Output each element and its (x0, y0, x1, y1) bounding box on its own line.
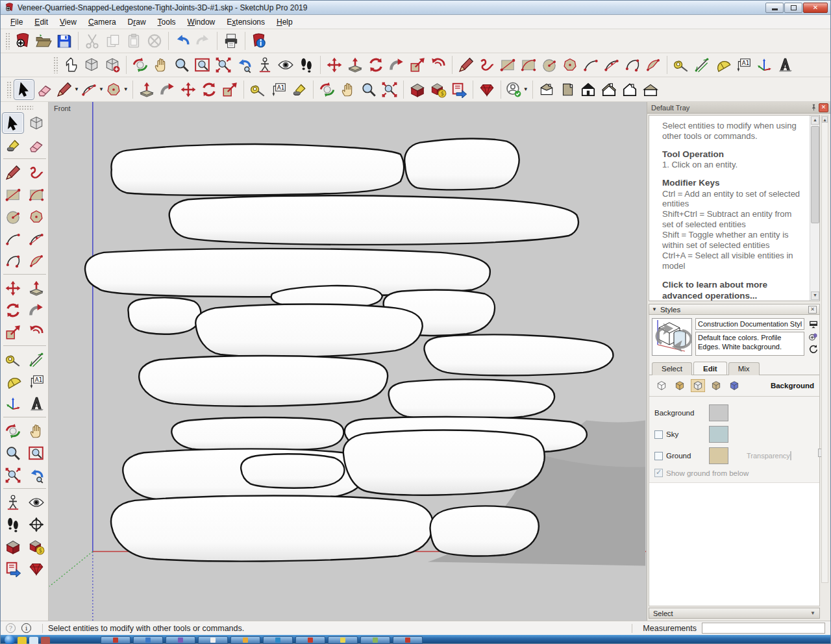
offset-button[interactable] (428, 55, 449, 75)
pan-button[interactable] (151, 55, 171, 75)
ground-color-swatch[interactable] (709, 447, 728, 464)
info-icon[interactable]: i (21, 623, 31, 633)
background-color-swatch[interactable] (709, 404, 728, 421)
style-thumbnail[interactable] (652, 318, 692, 356)
windows-taskbar[interactable] (1, 635, 830, 643)
taskbar-app-button[interactable] (263, 636, 293, 644)
show-ground-checkbox[interactable] (654, 469, 663, 477)
sky-checkbox[interactable] (654, 430, 663, 439)
pin-icon[interactable] (809, 103, 819, 112)
back-view-button[interactable] (619, 79, 640, 100)
dropdown-arrow-icon[interactable]: ▼ (74, 86, 79, 92)
orbit-button[interactable] (317, 79, 338, 100)
measurements-input[interactable] (702, 623, 825, 634)
instructor-scrollbar[interactable]: ▲ ▼ (810, 116, 819, 301)
close-button[interactable]: ✕ (803, 3, 828, 13)
face-settings-button[interactable] (673, 379, 687, 392)
sign-in-button[interactable]: ▼ (504, 79, 529, 100)
push-pull-button[interactable] (345, 55, 366, 75)
tray-close-button[interactable]: ✕ (819, 103, 828, 112)
previous-view-button[interactable] (234, 55, 254, 75)
styles-section-header[interactable]: ▼ Styles ✕ (649, 304, 820, 315)
quick-launch-icon[interactable] (18, 637, 27, 644)
item[interactable]: File (5, 16, 29, 29)
shapes-flyout-button[interactable]: ▼ (105, 79, 129, 100)
arc-button[interactable] (2, 228, 24, 249)
zoom-extents-button[interactable] (2, 464, 24, 486)
taskbar-app-button[interactable] (360, 636, 390, 644)
pie-button[interactable] (643, 55, 664, 75)
taskbar-app-button[interactable] (295, 636, 325, 644)
select-button[interactable] (2, 112, 24, 134)
polygon-button[interactable] (25, 206, 47, 227)
viewport-canvas[interactable] (49, 102, 647, 621)
update-style-button[interactable] (808, 343, 819, 355)
pan-button[interactable] (338, 79, 358, 100)
toolbar-grip[interactable] (5, 32, 10, 49)
axes-button[interactable] (2, 393, 24, 414)
undo-button[interactable] (172, 31, 193, 51)
scale-button[interactable] (407, 55, 428, 75)
components-button[interactable] (102, 55, 123, 75)
dropdown-arrow-icon[interactable]: ▼ (123, 86, 129, 92)
polygon-button[interactable] (560, 55, 580, 75)
offset-button[interactable] (25, 321, 47, 343)
modeling-settings-button[interactable] (727, 379, 741, 392)
taskbar-app-button[interactable] (393, 636, 423, 644)
top-view-button[interactable] (557, 79, 578, 100)
look-around-button[interactable] (275, 55, 296, 75)
paste-button[interactable] (123, 31, 144, 51)
3d-text-button[interactable] (775, 55, 795, 75)
select-collapsed-section[interactable]: Select ▼ (649, 608, 820, 619)
tray-header[interactable]: Default Tray ✕ (647, 102, 830, 114)
protractor-button[interactable] (2, 371, 24, 392)
text-button[interactable] (25, 371, 47, 392)
item[interactable]: Extensions (221, 16, 271, 29)
open-button[interactable] (33, 31, 54, 51)
line-button[interactable] (2, 162, 24, 183)
eraser-button[interactable] (25, 134, 47, 156)
zoom-extents-button[interactable] (379, 79, 400, 100)
protractor-button[interactable] (712, 55, 733, 75)
tray-scrollbar[interactable]: ▲ (821, 115, 828, 583)
tab-edit[interactable]: Edit (693, 362, 727, 375)
erase-button[interactable] (144, 31, 165, 51)
modeling-viewport[interactable]: Front (49, 102, 647, 621)
styles-close-button[interactable]: ✕ (808, 306, 817, 314)
taskbar-app-button[interactable] (133, 636, 163, 644)
rotate-button[interactable] (199, 79, 219, 100)
restore-button[interactable] (784, 3, 802, 13)
taskbar-app-button[interactable] (166, 636, 195, 644)
rectangle-button[interactable] (497, 55, 518, 75)
eraser-button[interactable] (34, 79, 55, 100)
learn-more-link[interactable]: Click to learn about more advanced opera… (662, 280, 804, 301)
toolbar-grip[interactable] (53, 56, 58, 73)
zoom-window-button[interactable] (192, 55, 213, 75)
tab-mix[interactable]: Mix (728, 362, 760, 375)
tape-measure-button[interactable] (2, 349, 24, 370)
three-point-arc-button[interactable] (622, 55, 643, 75)
3d-text-button[interactable] (25, 393, 47, 414)
share-component-button[interactable] (2, 558, 24, 579)
dimension-button[interactable] (25, 349, 47, 370)
sky-color-swatch[interactable] (709, 426, 728, 443)
toolbar-grip[interactable] (6, 81, 12, 98)
look-around-button[interactable] (25, 491, 47, 513)
extension-warehouse-button[interactable] (477, 79, 497, 100)
tab-select[interactable]: Select (652, 362, 692, 375)
watermark-settings-button[interactable] (709, 379, 723, 392)
share-component-button[interactable] (449, 79, 469, 100)
taskbar-app-button[interactable] (328, 636, 358, 644)
style-name-field[interactable]: Construction Documentation Styl (695, 318, 804, 330)
position-camera-button[interactable] (2, 491, 24, 513)
paint-bucket-button[interactable] (2, 134, 24, 156)
paint-bucket-button[interactable] (289, 79, 310, 100)
tape-measure-button[interactable] (671, 55, 691, 75)
follow-me-button[interactable] (386, 55, 407, 75)
scrollbar-thumb[interactable] (811, 126, 819, 223)
item[interactable]: Draw (122, 16, 152, 29)
freehand-button[interactable] (477, 55, 497, 75)
style-description-field[interactable]: Default face colors. Profile Edges. Whit… (695, 332, 804, 356)
move-button[interactable] (2, 277, 24, 299)
position-camera-button[interactable] (254, 55, 275, 75)
